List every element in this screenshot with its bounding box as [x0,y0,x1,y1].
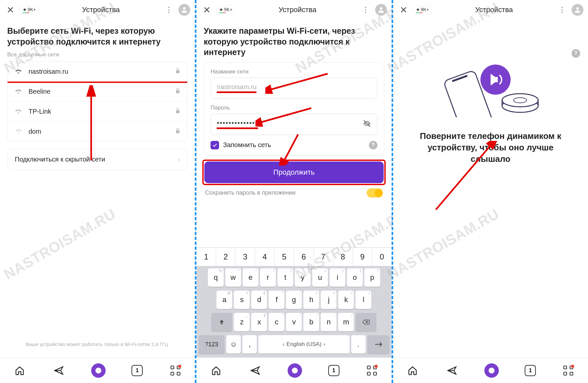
tabs-counter[interactable]: 1 [525,365,536,376]
letter-key[interactable]: z_ [234,313,250,331]
avatar[interactable] [375,4,387,16]
letter-key[interactable]: y] [295,268,311,287]
save-password-toggle[interactable] [367,188,383,198]
number-key[interactable]: 5 [274,248,294,266]
tabs-counter[interactable]: 1 [132,365,143,376]
password-input[interactable]: •••••••••••••• [211,114,377,135]
wifi-list: nastroisam.ru Beeline TP-Link dom [7,61,188,142]
home-icon[interactable] [13,364,26,377]
letter-key[interactable]: j= [321,291,336,309]
letter-key[interactable]: t[ [277,268,293,287]
symbols-key[interactable]: ?123 [198,335,225,354]
wifi-item-dom[interactable]: dom [8,122,187,141]
letter-key[interactable]: a@ [216,291,232,309]
wifi-item-tplink[interactable]: TP-Link [8,102,187,122]
bottombar: 1 [196,357,391,383]
letter-key[interactable]: f* [269,291,284,309]
spacebar-key[interactable]: ‹ English (USA) › [258,335,349,354]
number-key[interactable]: 1 [196,248,216,266]
number-key[interactable]: 9 [353,248,373,266]
enter-key[interactable] [367,335,390,354]
letter-key[interactable]: e~ [243,268,258,287]
dot-key[interactable]: . [351,335,366,354]
wifi-name: dom [29,128,175,135]
letter-key[interactable]: x$ [251,313,267,331]
number-key[interactable]: 7 [314,248,334,266]
letter-key[interactable]: r| [260,268,276,287]
letter-key[interactable]: s# [234,291,250,309]
rating-chip[interactable]: ★9K+ [413,6,432,14]
comma-key[interactable]: , [242,335,257,354]
wifi-item-beeline[interactable]: Beeline [8,82,187,102]
letter-key[interactable]: n; [321,313,336,331]
letter-key[interactable]: i> [330,268,345,287]
letter-key[interactable]: u< [312,268,328,287]
letter-key[interactable]: h+ [303,291,319,309]
menu-dots-icon[interactable]: ⋮ [163,6,175,14]
close-icon[interactable]: ✕ [5,5,16,15]
send-icon[interactable] [249,364,262,377]
letter-key[interactable]: k( [338,291,354,309]
letter-key[interactable]: v' [286,313,302,331]
menu-dots-icon[interactable]: ⋮ [556,6,568,14]
help-icon[interactable]: ? [572,49,580,58]
letter-key[interactable]: q% [208,268,224,287]
letter-key[interactable]: o{ [347,268,363,287]
keyboard: 1234567890 q%w^e~r|t[y]u<i>o{p} a@s#d&f*… [196,247,391,357]
letter-key[interactable]: b: [303,313,319,331]
chip-underline [416,12,429,13]
remember-checkbox[interactable] [211,141,219,149]
shift-key[interactable] [211,313,232,331]
letter-key[interactable]: c" [269,313,284,331]
avatar[interactable] [178,4,190,16]
rating-chip[interactable]: ★9K+ [19,6,39,14]
emoji-key[interactable]: ☺ [226,335,241,354]
keyboard-row-3: z_x$c"v'b:n;m/ [196,311,391,333]
apps-grid-icon[interactable] [562,364,575,377]
letter-key[interactable]: d& [251,291,267,309]
close-icon[interactable]: ✕ [201,5,213,15]
rating-chip[interactable]: ★9K+ [216,6,235,14]
tab-title: Устройства [42,6,159,14]
number-key[interactable]: 0 [372,248,392,266]
avatar[interactable] [572,4,583,16]
wifi-item-nastroisam[interactable]: nastroisam.ru [8,62,187,82]
home-icon[interactable] [406,364,419,377]
lock-icon [175,68,181,75]
keyboard-number-row: 1234567890 [196,247,391,266]
number-key[interactable]: 2 [216,248,236,266]
network-name-input[interactable]: nastroisam.ru [211,78,377,99]
menu-dots-icon[interactable]: ⋮ [359,6,372,14]
content-pane3: ? Поверните телефон динамиком к устройст… [393,20,588,383]
chip-label: 9K+ [421,7,429,12]
number-key[interactable]: 3 [235,248,255,266]
letter-key[interactable]: l) [355,291,371,309]
keyboard-row-2: a@s#d&f*g-h+j=k(l) [196,289,391,311]
letter-key[interactable]: g- [286,291,302,309]
letter-key[interactable]: m/ [338,313,354,331]
apps-grid-icon[interactable] [365,364,378,377]
apps-grid-icon[interactable] [169,364,182,377]
notification-dot [375,365,378,368]
number-key[interactable]: 6 [294,248,314,266]
number-key[interactable]: 4 [255,248,275,266]
send-icon[interactable] [445,364,458,377]
tabs-counter[interactable]: 1 [328,365,339,376]
letter-key[interactable]: p} [364,268,380,287]
hidden-network-card[interactable]: Подключиться к скрытой сети › [7,149,188,170]
home-icon[interactable] [210,364,223,377]
send-icon[interactable] [52,364,65,377]
star-icon: ★ [23,7,27,12]
continue-button[interactable]: Продолжить [204,162,383,183]
letter-key[interactable]: w^ [225,268,241,287]
keyboard-bottom-row: ?123 ☺ , ‹ English (USA) › . [196,333,391,357]
wifi-signal-icon [14,127,23,135]
alice-icon[interactable] [91,363,106,378]
help-icon[interactable]: ? [369,141,377,149]
alice-icon[interactable] [288,363,302,378]
number-key[interactable]: 8 [333,248,353,266]
eye-off-icon[interactable] [363,119,371,129]
close-icon[interactable]: ✕ [398,5,409,15]
alice-icon[interactable] [484,363,499,378]
backspace-key[interactable] [355,313,376,331]
